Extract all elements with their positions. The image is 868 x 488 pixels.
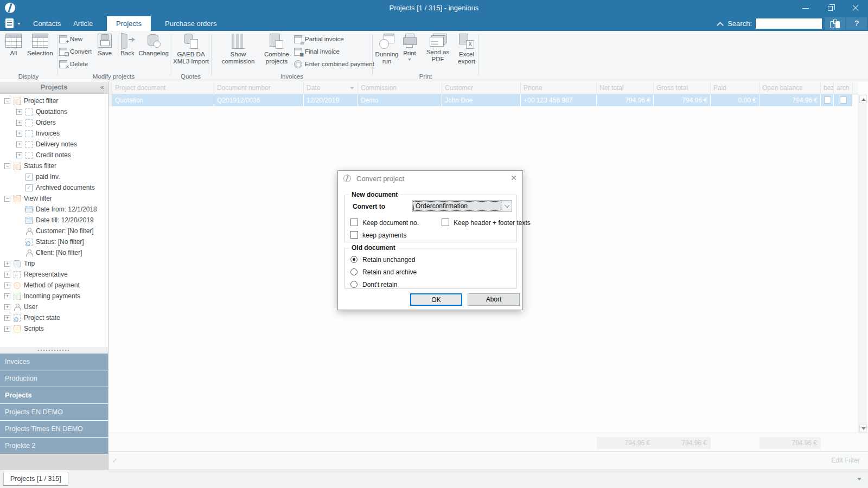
sidebar-splitter[interactable] — [0, 347, 108, 354]
retain-and-archive-radio[interactable] — [350, 268, 358, 275]
tree-item-method-of-payment[interactable]: +Method of payment — [0, 280, 107, 291]
expand-toggle-icon[interactable]: + — [16, 152, 22, 158]
tree-item-credit-notes[interactable]: +Credit notes — [0, 150, 107, 160]
grid-data-row[interactable]: QuotationQ201912/003612/20/2019DemoJohn … — [108, 94, 858, 106]
convert-button[interactable]: Convert — [59, 46, 92, 57]
changelog-button[interactable]: Changelog — [137, 33, 170, 72]
advanced-search-button[interactable] — [825, 17, 845, 30]
tree-item-project-filter[interactable]: −Project filter — [0, 95, 107, 106]
tree-item-view-filter[interactable]: −View filter — [0, 193, 107, 204]
tree-item-date-till-12-20-2019[interactable]: Date till: 12/20/2019 — [0, 215, 107, 226]
selection-button[interactable]: Selection — [25, 33, 55, 72]
column-header-open-balance[interactable]: Open balance — [760, 82, 821, 94]
tree-item-quotations[interactable]: +Quotations — [0, 106, 107, 117]
tree-item-user[interactable]: +User — [0, 301, 107, 312]
app-menu-button[interactable] — [5, 18, 21, 29]
column-header-date[interactable]: Date — [304, 82, 358, 94]
expand-toggle-icon[interactable]: + — [4, 315, 10, 321]
new-button[interactable]: New — [59, 34, 82, 44]
panel-button-production[interactable]: Production — [0, 370, 108, 387]
send-as-pdf-button[interactable]: Send as PDF — [420, 33, 455, 72]
collapse-toggle-icon[interactable]: − — [4, 163, 10, 169]
cell-project-document[interactable]: Quotation — [112, 94, 214, 106]
minimize-button[interactable] — [793, 0, 818, 16]
tab-contacts[interactable]: Contacts — [24, 16, 70, 31]
panel-button-projects-times-en-demo[interactable]: Projects Times EN DEMO — [0, 421, 108, 437]
cell-date[interactable]: 12/20/2019 — [304, 94, 358, 106]
column-header-arch[interactable]: arch — [834, 82, 853, 94]
abort-button[interactable]: Abort — [468, 293, 520, 306]
dialog-close-icon[interactable]: ✕ — [510, 174, 517, 182]
tree-item-status-filter[interactable]: −Status filter — [0, 160, 107, 171]
cell-customer[interactable]: John Doe — [442, 94, 521, 106]
keep-document-no-checkbox[interactable] — [350, 219, 358, 226]
column-header-gross-total[interactable]: Gross total — [654, 82, 711, 94]
tree-item-status-no-filter[interactable]: Status: [No filter] — [0, 236, 107, 247]
scroll-up-button[interactable] — [859, 95, 867, 103]
filter-checkbox[interactable]: ✓ — [112, 457, 120, 465]
cell-commission[interactable]: Demo — [358, 94, 442, 106]
cell-phone[interactable]: +00 123 456 987 — [521, 94, 597, 106]
collapse-toggle-icon[interactable]: − — [4, 196, 10, 202]
collapse-toggle-icon[interactable]: − — [4, 98, 10, 104]
tree-item-delivery-notes[interactable]: +Delivery notes — [0, 139, 107, 150]
tab-projects[interactable]: Projects — [107, 16, 151, 31]
column-header-commission[interactable]: Commission — [358, 82, 442, 94]
cell-gross-total[interactable]: 794.96 € — [654, 94, 711, 106]
partial-invoice-button[interactable]: Partial invoice — [294, 34, 344, 44]
tab-purchase-orders[interactable]: Purchase orders — [156, 16, 226, 31]
column-header-project-document[interactable]: Project document — [112, 82, 214, 94]
search-input[interactable] — [755, 18, 822, 29]
cell-arch[interactable] — [834, 94, 853, 106]
tree-item-paid-inv[interactable]: paid Inv. — [0, 171, 107, 182]
expand-toggle-icon[interactable]: + — [16, 109, 22, 115]
dunning-run-button[interactable]: Dunning run — [374, 33, 399, 72]
tree-item-date-from-12-1-2018[interactable]: Date from: 12/1/2018 — [0, 204, 107, 215]
column-header-phone[interactable]: Phone — [521, 82, 597, 94]
scroll-down-button[interactable] — [859, 424, 867, 432]
show-commission-button[interactable]: Show commission — [214, 33, 262, 72]
expand-toggle-icon[interactable]: + — [16, 120, 22, 126]
back-button[interactable]: Back — [117, 33, 138, 72]
panel-button-projects[interactable]: Projects — [0, 387, 108, 403]
vertical-scrollbar[interactable] — [858, 94, 867, 433]
expand-toggle-icon[interactable]: + — [4, 272, 10, 278]
tree-item-trip[interactable]: +Trip — [0, 258, 107, 269]
tree-item-client-no-filter[interactable]: Client: [No filter] — [0, 247, 107, 258]
print-button[interactable]: Print — [400, 33, 419, 72]
expand-toggle-icon[interactable]: + — [16, 131, 22, 137]
keep-header-footer-checkbox[interactable] — [442, 219, 449, 226]
tree-item-archived-documents[interactable]: Archived documents — [0, 182, 107, 193]
column-header-bez[interactable]: bez — [821, 82, 834, 94]
cell-open-balance[interactable]: 794.96 € — [760, 94, 821, 106]
help-button[interactable]: ? — [846, 17, 867, 30]
column-header-paid[interactable]: Paid — [711, 82, 760, 94]
close-button[interactable] — [843, 0, 868, 16]
save-button[interactable]: Save — [94, 33, 115, 72]
restore-button[interactable] — [818, 0, 843, 16]
column-header-customer[interactable]: Customer — [442, 82, 521, 94]
expand-toggle-icon[interactable]: + — [4, 326, 10, 332]
tree-item-project-state[interactable]: +Project state — [0, 312, 107, 323]
tree-item-customer-no-filter[interactable]: Customer: [No filter] — [0, 226, 107, 236]
tree-item-scripts[interactable]: +Scripts — [0, 323, 107, 334]
edit-filter-link[interactable]: Edit Filter — [831, 457, 860, 464]
bez-checkbox[interactable] — [824, 97, 831, 104]
cell-net-total[interactable]: 794.96 € — [597, 94, 654, 106]
tree-item-invoices[interactable]: +Invoices — [0, 128, 107, 139]
expand-toggle-icon[interactable]: + — [4, 293, 10, 299]
cell-paid[interactable]: 0.00 € — [711, 94, 760, 106]
panel-button-projekte-2[interactable]: Projekte 2 — [0, 438, 108, 454]
expand-toggle-icon[interactable]: + — [16, 142, 22, 147]
tab-article[interactable]: Article — [64, 16, 102, 31]
panel-button-invoices[interactable]: Invoices — [0, 354, 108, 370]
dont-retain-radio[interactable] — [350, 281, 358, 288]
cell-bez[interactable] — [821, 94, 834, 106]
final-invoice-button[interactable]: Final invoice — [294, 46, 340, 57]
retain-unchanged-radio[interactable] — [350, 256, 358, 263]
column-header-document-number[interactable]: Document number — [214, 82, 304, 94]
tree-item-orders[interactable]: +Orders — [0, 117, 107, 128]
cell-document-number[interactable]: Q201912/0036 — [214, 94, 304, 106]
keep-payments-checkbox[interactable] — [350, 231, 358, 239]
excel-export-button[interactable]: Excel export — [455, 33, 478, 72]
